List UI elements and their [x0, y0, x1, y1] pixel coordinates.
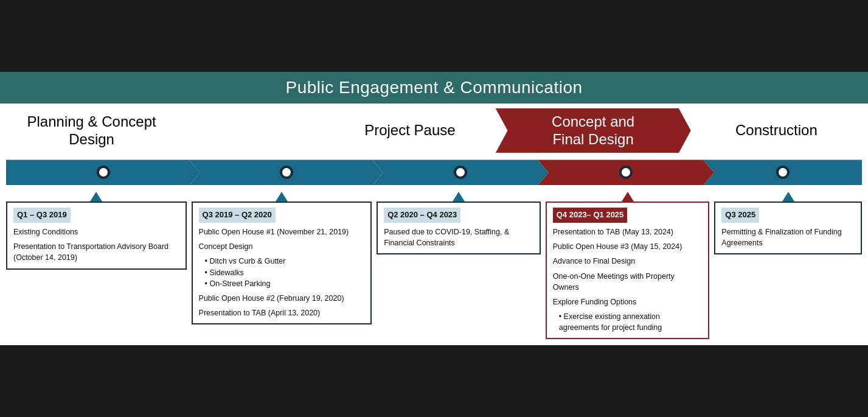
circle-dot-1	[97, 166, 110, 179]
info-box-2: Q3 2019 – Q2 2020 Public Open House #1 (…	[192, 201, 372, 324]
date-label-1: Q1 – Q3 2019	[13, 208, 71, 223]
bullet-2-1: Ditch vs Curb & Gutter	[205, 256, 365, 267]
circle-dot-5	[776, 166, 790, 179]
up-arrow-4	[622, 192, 634, 201]
phase-header-pause: Project Pause	[324, 108, 495, 153]
phase-content-1: Q1 – Q3 2019 Existing Conditions Present…	[6, 192, 187, 269]
date-label-5: Q3 2025	[721, 208, 759, 223]
arrow-q3-2019	[189, 158, 383, 187]
info-text-1a: Existing Conditions	[13, 226, 179, 237]
info-text-1b: Presentation to Transportation Advisory …	[13, 241, 179, 263]
info-text-4d: One-on-One Meetings with Property Owners	[553, 271, 703, 293]
diagram: Public Engagement & Communication Planni…	[0, 72, 868, 345]
info-text-4a: Presentation to TAB (May 13, 2024)	[553, 226, 703, 237]
content-row: Q1 – Q3 2019 Existing Conditions Present…	[0, 189, 868, 345]
info-text-4b: Public Open House #3 (May 15, 2024)	[553, 241, 703, 252]
date-label-4: Q4 2023– Q1 2025	[553, 208, 628, 223]
info-text-4c: Advance to Final Design	[553, 256, 703, 267]
phase-content-4: Q4 2023– Q1 2025 Presentation to TAB (Ma…	[546, 192, 710, 339]
arrow-construction	[703, 158, 862, 187]
arrow-planning	[6, 158, 200, 187]
date-label-3: Q2 2020 – Q4 2023	[384, 208, 460, 223]
up-arrow-1	[90, 192, 102, 201]
bullet-list-2: Ditch vs Curb & Gutter Sidewalks On-Stre…	[199, 256, 365, 289]
info-text-2a: Public Open House #1 (November 21, 2019)	[199, 226, 365, 237]
info-box-4: Q4 2023– Q1 2025 Presentation to TAB (Ma…	[546, 201, 710, 339]
date-label-2: Q3 2019 – Q2 2020	[199, 208, 276, 223]
info-text-2b: Concept Design	[199, 241, 365, 252]
circle-dot-4	[619, 166, 633, 179]
arrow-pause	[372, 158, 549, 187]
phase-header-construction: Construction	[691, 108, 862, 153]
info-text-2c: Public Open House #2 (February 19, 2020)	[199, 293, 365, 304]
phase-content-2: Q3 2019 – Q2 2020 Public Open House #1 (…	[192, 192, 372, 324]
phase-content-3: Q2 2020 – Q4 2023 Paused due to COVID-19…	[377, 192, 541, 254]
info-text-3a: Paused due to COVID-19, Staffing, & Fina…	[384, 226, 533, 248]
up-arrow-2	[276, 192, 288, 201]
top-banner: Public Engagement & Communication	[0, 72, 868, 103]
bullet-list-4: Exercise existing annexation agreements …	[553, 311, 703, 333]
up-arrow-5	[782, 192, 794, 201]
circle-dot-2	[280, 166, 293, 179]
up-arrow-3	[453, 192, 465, 201]
info-box-5: Q3 2025 Permitting & Finalization of Fun…	[714, 201, 862, 254]
bullet-4-1: Exercise existing annexation agreements …	[559, 311, 703, 333]
phase-content-5: Q3 2025 Permitting & Finalization of Fun…	[714, 192, 862, 254]
phase-header-final: Concept andFinal Design	[496, 108, 691, 153]
bullet-2-3: On-Street Parking	[205, 278, 365, 289]
info-box-3: Q2 2020 – Q4 2023 Paused due to COVID-19…	[377, 201, 541, 254]
timeline-row	[0, 155, 868, 189]
info-text-4e: Explore Funding Options	[553, 296, 703, 307]
arrow-final	[538, 158, 714, 187]
info-box-1: Q1 – Q3 2019 Existing Conditions Present…	[6, 201, 187, 269]
bullet-2-2: Sidewalks	[205, 267, 365, 278]
info-text-2d: Presentation to TAB (April 13, 2020)	[199, 307, 365, 318]
info-text-5a: Permitting & Finalization of Funding Agr…	[721, 226, 855, 248]
phase-header-planning: Planning & Concept Design	[6, 108, 177, 153]
circle-dot-3	[454, 166, 467, 179]
phase-headers-row: Planning & Concept Design Project Pause …	[0, 103, 868, 156]
phase-header-empty	[177, 108, 324, 153]
